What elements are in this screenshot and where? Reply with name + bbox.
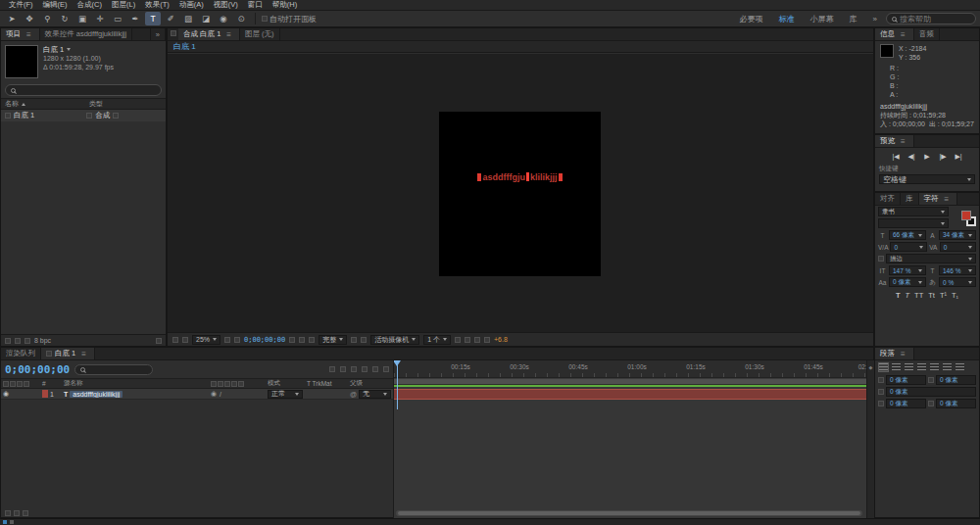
new-composition-icon[interactable] — [24, 338, 30, 344]
menu-edit[interactable]: 编辑(E) — [38, 0, 73, 10]
subscript-button[interactable]: T₁ — [952, 291, 958, 300]
playhead-line[interactable] — [397, 360, 398, 409]
current-time-display[interactable]: 0;00;00;00 — [5, 363, 70, 376]
tab-align[interactable]: 对齐 — [875, 193, 901, 205]
justify-last-left-button[interactable] — [917, 363, 926, 371]
next-frame-button[interactable]: |▶ — [937, 151, 950, 162]
space-after-field[interactable]: 0 像素 — [936, 399, 976, 408]
always-preview-icon[interactable] — [172, 337, 178, 343]
column-number[interactable]: # — [40, 380, 62, 387]
column-mode[interactable]: 模式 — [266, 379, 305, 388]
comp-name[interactable]: 白底 1 — [43, 45, 64, 54]
navigator-comp-name[interactable]: 白底 1 — [173, 41, 196, 52]
hand-tool-icon[interactable]: ✥ — [22, 12, 37, 25]
puppet-tool-icon[interactable]: ⊙ — [233, 12, 249, 25]
layer-continuous-rasterize-icon[interactable]: / — [220, 391, 221, 398]
menu-view[interactable]: 视图(V) — [209, 0, 243, 10]
magnification-icon[interactable] — [182, 337, 188, 343]
panel-menu-icon[interactable]: ≡ — [898, 350, 908, 358]
menu-animation[interactable]: 动画(A) — [174, 0, 209, 10]
clone-stamp-tool-icon[interactable]: ▨ — [180, 12, 196, 25]
timeline-time-area[interactable]: 00:15s 00:30s 00:45s 01:00s 01:15s 01:30… — [393, 360, 874, 519]
timeline-navigator[interactable] — [396, 510, 862, 516]
kerning-select[interactable]: 0 — [890, 242, 926, 252]
panel-menu-icon[interactable]: ≡ — [24, 30, 34, 39]
playhead-handle[interactable] — [393, 360, 401, 366]
panel-menu-icon[interactable]: ≡ — [942, 195, 953, 204]
layer-label-color[interactable] — [42, 390, 48, 398]
zoom-select[interactable]: 25% — [192, 335, 220, 345]
blend-mode-select[interactable]: 正常 — [268, 390, 303, 399]
layer-eye-icon[interactable]: ◉ — [211, 390, 217, 398]
workspace-overflow-button[interactable]: » — [866, 15, 884, 24]
flowchart-icon[interactable] — [484, 337, 490, 343]
workspace-libraries[interactable]: 库 — [843, 14, 864, 24]
stroke-type-select[interactable]: 描边 — [886, 254, 976, 263]
tab-project[interactable]: 项目≡ — [1, 28, 40, 40]
time-ruler[interactable]: 00:15s 00:30s 00:45s 01:00s 01:15s 01:30… — [394, 360, 866, 378]
justify-all-button[interactable] — [956, 363, 964, 371]
viewer-timecode[interactable]: 0;00;00;00 — [244, 336, 285, 344]
panel-menu-icon[interactable]: ≡ — [898, 137, 908, 146]
all-caps-button[interactable]: TT — [914, 291, 923, 300]
vertical-scale-select[interactable]: 147 % — [889, 265, 926, 275]
pan-behind-tool-icon[interactable]: ✛ — [92, 12, 108, 25]
small-caps-button[interactable]: Tt — [928, 291, 935, 300]
project-bit-depth[interactable]: 8 bpc — [34, 337, 51, 344]
column-parent[interactable]: 父级 — [348, 379, 393, 388]
pen-tool-icon[interactable]: ✒ — [127, 12, 143, 25]
resolution-select[interactable]: 完整 — [318, 335, 347, 345]
channels-icon[interactable] — [309, 337, 315, 343]
help-search-input[interactable]: 搜索帮助 — [886, 13, 976, 24]
layer-row[interactable]: ◉ 1 T asddfffgjuklilikjjj ◉ / 正常 @无 — [1, 389, 393, 400]
timeline-right-strip[interactable]: ◆ — [866, 360, 874, 519]
panel-menu-icon[interactable]: ≡ — [898, 30, 908, 39]
layer-name[interactable]: asddfffgjuklilikjjj — [70, 391, 122, 398]
pickwhip-icon[interactable]: @ — [350, 391, 357, 398]
expand-layer-switches-icon[interactable] — [5, 510, 11, 516]
panel-menu-icon[interactable]: ≡ — [223, 30, 234, 39]
tab-info[interactable]: 信息≡ — [875, 28, 914, 40]
panel-menu-icon[interactable]: ≡ — [78, 350, 89, 358]
first-frame-button[interactable]: |◀ — [890, 151, 903, 162]
camera-tool-icon[interactable]: ▣ — [74, 12, 90, 25]
last-frame-button[interactable]: ▶| — [953, 151, 965, 162]
faux-italic-button[interactable]: T — [905, 291, 909, 300]
selection-tool-icon[interactable]: ➤ — [4, 12, 20, 25]
interpret-footage-icon[interactable] — [5, 338, 11, 344]
camera-select[interactable]: 活动摄像机 — [370, 335, 419, 345]
horizontal-scale-select[interactable]: 146 % — [939, 265, 976, 275]
project-item-name[interactable]: 白底 1 — [14, 111, 34, 120]
layer-visibility-toggle[interactable]: ◉ — [3, 390, 9, 398]
mask-visibility-icon[interactable] — [234, 337, 240, 343]
indent-left-field[interactable]: 0 像素 — [886, 375, 926, 385]
justify-last-right-button[interactable] — [943, 363, 952, 371]
eraser-tool-icon[interactable]: ◪ — [198, 12, 214, 25]
panel-lock-icon[interactable] — [171, 30, 176, 36]
hide-shy-layers-icon[interactable] — [351, 366, 357, 372]
motion-blur-icon[interactable] — [372, 366, 378, 372]
type-tool-icon[interactable]: T — [145, 12, 161, 25]
column-type[interactable]: 类型 — [89, 99, 103, 109]
layer-duration-bar[interactable] — [394, 389, 866, 400]
column-name[interactable]: 名称 — [5, 99, 19, 109]
rotate-tool-icon[interactable]: ↻ — [57, 12, 73, 25]
tab-preview[interactable]: 预览≡ — [875, 135, 914, 147]
space-before-field[interactable]: 0 像素 — [886, 399, 926, 408]
project-list-header[interactable]: 名称 类型 — [1, 98, 166, 110]
justify-last-center-button[interactable] — [930, 363, 939, 371]
play-button[interactable]: ▶ — [921, 151, 934, 162]
menu-layer[interactable]: 图层(L) — [107, 0, 140, 10]
parent-select[interactable]: 无 — [359, 390, 391, 399]
navigator-thumb[interactable] — [398, 511, 860, 515]
indent-right-field[interactable]: 0 像素 — [936, 375, 976, 385]
trash-icon[interactable] — [156, 338, 162, 344]
baseline-shift-select[interactable]: 0 像素 — [889, 277, 926, 287]
tab-render-queue[interactable]: 渲染队列 — [1, 348, 41, 359]
menu-help[interactable]: 帮助(H) — [268, 0, 302, 10]
faux-bold-button[interactable]: T — [896, 291, 901, 300]
font-size-select[interactable]: 66 像素 — [889, 230, 926, 240]
fast-previews-icon[interactable] — [465, 337, 470, 343]
column-trkmat[interactable]: T TrkMat — [305, 380, 348, 387]
tab-timeline-comp[interactable]: 白底 1≡ — [41, 348, 95, 359]
